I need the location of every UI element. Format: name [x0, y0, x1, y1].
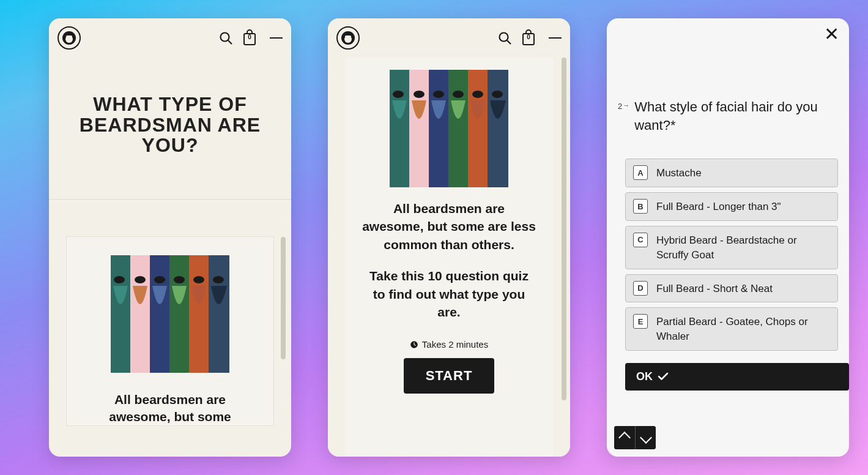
svg-point-32	[433, 91, 444, 98]
close-icon[interactable]: ✕	[824, 23, 839, 45]
option-label: Partial Beard - Goatee, Chops or Whaler	[656, 314, 830, 344]
search-icon[interactable]	[217, 29, 235, 47]
svg-rect-7	[130, 255, 150, 373]
quiz-top-bar: ✕	[607, 18, 849, 49]
option-key: B	[633, 199, 648, 214]
svg-rect-2	[66, 36, 72, 37]
svg-rect-24	[390, 70, 409, 187]
chevron-down-icon	[640, 432, 652, 444]
svg-rect-25	[409, 70, 429, 187]
next-question-button[interactable]	[635, 426, 656, 449]
svg-point-16	[193, 276, 204, 283]
question-header: 2→ What style of facial hair do you want…	[607, 98, 849, 134]
svg-rect-26	[429, 70, 448, 187]
divider	[49, 199, 291, 200]
quiz-description-1: All beardsmen are awesome, but some are …	[356, 200, 542, 253]
phone-frame-3: ✕ 2→ What style of facial hair do you wa…	[607, 18, 849, 457]
beardsmen-illustration	[390, 70, 508, 187]
page-title: WHAT TYPE OF BEARDSMAN ARE YOU?	[61, 94, 279, 156]
search-icon[interactable]	[495, 29, 514, 47]
svg-rect-27	[448, 70, 468, 187]
header-bar: 0	[328, 18, 570, 58]
option-label: Hybrid Beard - Beardstache or Scruffy Go…	[656, 233, 830, 263]
menu-icon[interactable]	[264, 29, 283, 47]
option-key: C	[633, 233, 648, 247]
question-text: What style of facial hair do you want?*	[634, 98, 838, 134]
check-icon	[658, 372, 669, 381]
phone1-content: WHAT TYPE OF BEARDSMAN ARE YOU? All bear…	[49, 58, 291, 457]
scrollbar[interactable]	[281, 237, 286, 359]
brand-logo[interactable]	[336, 26, 360, 50]
prev-question-button[interactable]	[614, 426, 635, 449]
cart-icon[interactable]: 0	[241, 29, 258, 47]
svg-rect-11	[209, 255, 229, 373]
quiz-duration: Takes 2 minutes	[410, 339, 488, 350]
beardsmen-illustration	[111, 255, 229, 373]
start-button[interactable]: START	[404, 358, 495, 394]
svg-rect-28	[468, 70, 488, 187]
svg-point-15	[174, 276, 185, 283]
header-bar: 0	[49, 18, 291, 58]
scrollbar[interactable]	[562, 58, 566, 400]
option-label: Full Beard - Longer than 3"	[656, 199, 781, 214]
quiz-description-snippet: All beardsmen are awesome, but some	[79, 391, 261, 426]
option-e[interactable]: E Partial Beard - Goatee, Chops or Whale…	[625, 307, 838, 351]
svg-rect-29	[488, 70, 508, 187]
ok-button[interactable]: OK	[625, 363, 849, 391]
question-number: 2→	[618, 102, 629, 134]
svg-point-34	[472, 91, 483, 98]
ok-label: OK	[636, 370, 653, 383]
svg-point-33	[453, 91, 464, 98]
svg-point-31	[414, 91, 425, 98]
chevron-up-icon	[618, 432, 631, 444]
option-d[interactable]: D Full Beard - Short & Neat	[625, 274, 838, 303]
svg-rect-20	[345, 36, 351, 37]
svg-point-30	[393, 91, 404, 98]
option-label: Mustache	[656, 165, 702, 181]
quiz-nav	[614, 426, 656, 449]
option-label: Full Beard - Short & Neat	[656, 281, 773, 296]
option-b[interactable]: B Full Beard - Longer than 3"	[625, 192, 838, 221]
svg-rect-9	[169, 255, 189, 373]
cart-count: 0	[520, 34, 537, 40]
cart-count: 0	[241, 34, 258, 40]
svg-point-35	[492, 91, 503, 98]
menu-icon[interactable]	[543, 29, 562, 47]
svg-rect-8	[150, 255, 169, 373]
svg-line-22	[507, 40, 511, 44]
svg-rect-6	[111, 255, 130, 373]
svg-point-21	[500, 33, 508, 42]
phone2-content: All beardsmen are awesome, but some are …	[328, 58, 570, 457]
option-key: D	[633, 281, 648, 296]
duration-text: Takes 2 minutes	[422, 339, 488, 350]
option-a[interactable]: A Mustache	[625, 159, 838, 187]
phone-frame-1: 0 WHAT TYPE OF BEARDSMAN ARE YOU? All be…	[49, 18, 291, 457]
options-list: A Mustache B Full Beard - Longer than 3"…	[625, 159, 838, 351]
phone-frame-2: 0 All beardsmen are awesome, but some ar…	[328, 18, 570, 457]
svg-point-13	[135, 276, 146, 283]
quiz-intro-card: All beardsmen are awesome, but some	[66, 236, 274, 427]
clock-icon	[410, 340, 418, 349]
cart-icon[interactable]: 0	[520, 29, 537, 47]
svg-rect-10	[189, 255, 209, 373]
svg-point-3	[221, 33, 229, 42]
option-c[interactable]: C Hybrid Beard - Beardstache or Scruffy …	[625, 226, 838, 269]
svg-point-14	[154, 276, 165, 283]
quiz-description-2: Take this 10 question quiz to find out w…	[356, 267, 542, 321]
quiz-intro-card: All beardsmen are awesome, but some are …	[345, 58, 553, 457]
svg-point-12	[114, 276, 125, 283]
option-key: A	[633, 165, 648, 180]
option-key: E	[633, 314, 648, 329]
brand-logo[interactable]	[57, 26, 81, 50]
svg-line-4	[228, 40, 232, 44]
svg-point-17	[213, 276, 224, 283]
